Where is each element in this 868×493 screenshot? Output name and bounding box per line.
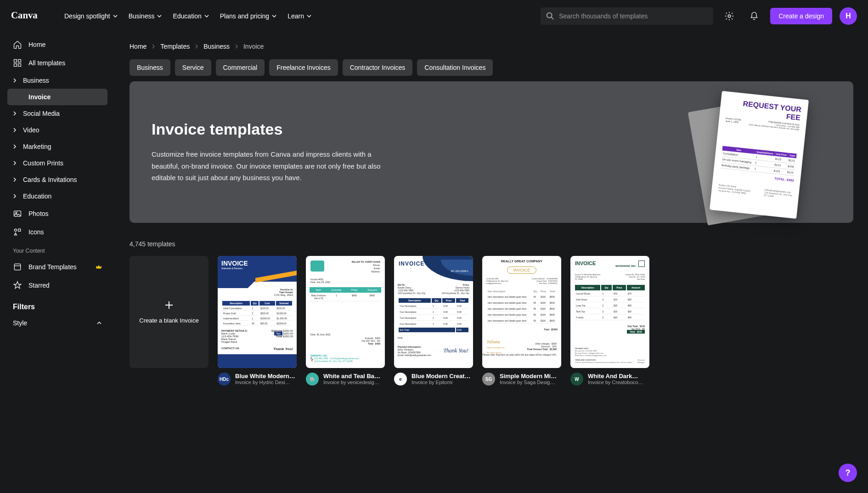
author-avatar[interactable]: W — [570, 373, 583, 385]
chevron-right-icon — [13, 127, 17, 133]
nav-design-spotlight[interactable]: Design spotlight — [64, 12, 118, 20]
author-avatar[interactable]: e — [394, 373, 407, 385]
canva-logo[interactable]: Canva — [11, 10, 48, 23]
template-thumbnail[interactable]: INVOICE NO: INV-12345-1 Bill To:Estelle … — [394, 256, 473, 368]
photos-icon — [13, 209, 22, 218]
header: Canva Design spotlight Business Educatio… — [0, 0, 868, 32]
chip-business[interactable]: Business — [130, 59, 170, 76]
sidebar-item-label: Icons — [28, 228, 44, 236]
svg-point-1 — [547, 12, 552, 17]
svg-rect-11 — [18, 229, 21, 231]
template-author: Invoice by Creatoboco… — [588, 380, 649, 385]
template-thumbnail[interactable]: BILLED TO: AVERY DAVISPhone:Email:Addres… — [306, 256, 385, 368]
sidebar-item-social-media[interactable]: Social Media — [7, 105, 107, 122]
sidebar-item-brand-templates[interactable]: Brand Templates — [7, 258, 107, 276]
template-title[interactable]: White And Dark… — [588, 373, 649, 380]
template-title[interactable]: Blue White Modern… — [235, 373, 297, 380]
sidebar-item-cards-invitations[interactable]: Cards & Invitations — [7, 171, 107, 188]
filter-chips: Business Service Commercial Freelance In… — [130, 59, 853, 76]
sidebar-item-business[interactable]: Business — [7, 72, 107, 89]
chip-freelance[interactable]: Freelance Invoices — [269, 59, 338, 76]
sidebar-item-marketing[interactable]: Marketing — [7, 138, 107, 155]
sidebar-item-icons[interactable]: Icons — [7, 223, 107, 241]
search-box[interactable] — [541, 7, 713, 25]
nav-label: Learn — [287, 12, 304, 20]
create-design-button[interactable]: Create a design — [770, 8, 832, 24]
chevron-down-icon — [272, 15, 276, 17]
template-title[interactable]: White and Teal Ba… — [323, 373, 385, 380]
svg-rect-4 — [14, 60, 17, 62]
sidebar-item-label: Photos — [28, 210, 49, 217]
hero-illustration: REQUEST YOUR FEE Invoice #12345 June 1, … — [688, 91, 817, 219]
svg-point-10 — [14, 229, 17, 231]
settings-button[interactable] — [721, 7, 738, 25]
nav-label: Business — [129, 12, 155, 20]
create-blank-button[interactable]: Create a blank Invoice — [130, 256, 209, 368]
sidebar-item-home[interactable]: Home — [7, 35, 107, 54]
chevron-right-icon — [195, 44, 198, 49]
home-icon — [13, 40, 22, 49]
sidebar-item-custom-prints[interactable]: Custom Prints — [7, 155, 107, 171]
chip-contractor[interactable]: Contractor Invoices — [343, 59, 413, 76]
template-author: Invoice by Epitomi — [411, 380, 473, 385]
sidebar-item-label: Home — [28, 41, 45, 48]
sidebar-item-education[interactable]: Education — [7, 188, 107, 204]
nav-learn[interactable]: Learn — [287, 12, 311, 20]
nav-business[interactable]: Business — [129, 12, 162, 20]
icons-icon — [13, 227, 22, 237]
template-thumbnail[interactable]: INVOICEWARDIERE INC. Invoice To: Marceli… — [570, 256, 649, 368]
crown-icon — [96, 264, 102, 270]
search-input[interactable] — [559, 12, 708, 20]
chevron-up-icon — [96, 321, 102, 325]
sidebar-item-invoice[interactable]: Invoice — [7, 89, 107, 105]
help-button[interactable]: ? — [839, 464, 857, 482]
author-avatar[interactable]: HDc — [218, 373, 231, 385]
chevron-right-icon — [13, 160, 17, 166]
chip-consultation[interactable]: Consultation Invoices — [417, 59, 493, 76]
svg-rect-12 — [14, 264, 20, 270]
template-card: INVOICE NO: INV-12345-1 Bill To:Estelle … — [394, 256, 473, 385]
svg-line-2 — [552, 17, 554, 19]
chevron-right-icon — [235, 44, 238, 49]
hero-banner: Invoice templates Customize free invoice… — [130, 81, 853, 223]
template-author: Invoice by venicedesig… — [323, 380, 385, 385]
page-description: Customize free invoice templates from Ca… — [152, 148, 390, 184]
template-thumbnail[interactable]: REALLY GREAT COMPANY INVOICE +123-456-78… — [482, 256, 561, 368]
chip-service[interactable]: Service — [175, 59, 211, 76]
template-count: 4,745 templates — [130, 240, 853, 248]
page-title: Invoice templates — [152, 120, 390, 138]
sidebar-item-video[interactable]: Video — [7, 122, 107, 138]
sidebar-item-photos[interactable]: Photos — [7, 204, 107, 223]
notifications-button[interactable] — [745, 7, 763, 25]
template-grid: Create a blank Invoice INVOICEAidenaire … — [130, 256, 853, 385]
template-title[interactable]: Simple Modern Mi… — [500, 373, 561, 380]
svg-rect-6 — [14, 64, 17, 67]
chevron-right-icon — [13, 78, 17, 83]
breadcrumb-business[interactable]: Business — [203, 43, 230, 50]
template-thumbnail[interactable]: INVOICEAidenaire & Partners Invoice toYa… — [218, 256, 297, 368]
sidebar-item-label: Video — [23, 126, 39, 134]
author-avatar[interactable]: SG — [482, 373, 495, 385]
sidebar-item-label: Custom Prints — [23, 159, 63, 167]
chevron-right-icon — [13, 193, 17, 199]
template-title[interactable]: Blue Modern Creat… — [411, 373, 473, 380]
breadcrumb-templates[interactable]: Templates — [160, 43, 190, 50]
avatar[interactable]: H — [840, 7, 857, 25]
template-card: INVOICEAidenaire & Partners Invoice toYa… — [218, 256, 297, 385]
author-avatar[interactable]: 🐘 — [306, 373, 319, 385]
sidebar-item-label: Marketing — [23, 143, 51, 150]
star-icon — [13, 281, 22, 290]
filters-heading: Filters — [7, 295, 107, 315]
chevron-down-icon — [113, 15, 118, 17]
nav-menu: Design spotlight Business Education Plan… — [64, 12, 311, 20]
nav-education[interactable]: Education — [173, 12, 209, 20]
sidebar-item-all-templates[interactable]: All templates — [7, 54, 107, 72]
chip-commercial[interactable]: Commercial — [216, 59, 265, 76]
sidebar-item-starred[interactable]: Starred — [7, 276, 107, 295]
breadcrumb-home[interactable]: Home — [130, 43, 147, 50]
filter-style[interactable]: Style — [7, 315, 107, 331]
svg-rect-7 — [18, 64, 21, 67]
brand-templates-icon — [13, 262, 22, 272]
template-author: Invoice by Saga Desig… — [500, 380, 561, 385]
nav-plans-pricing[interactable]: Plans and pricing — [220, 12, 276, 20]
